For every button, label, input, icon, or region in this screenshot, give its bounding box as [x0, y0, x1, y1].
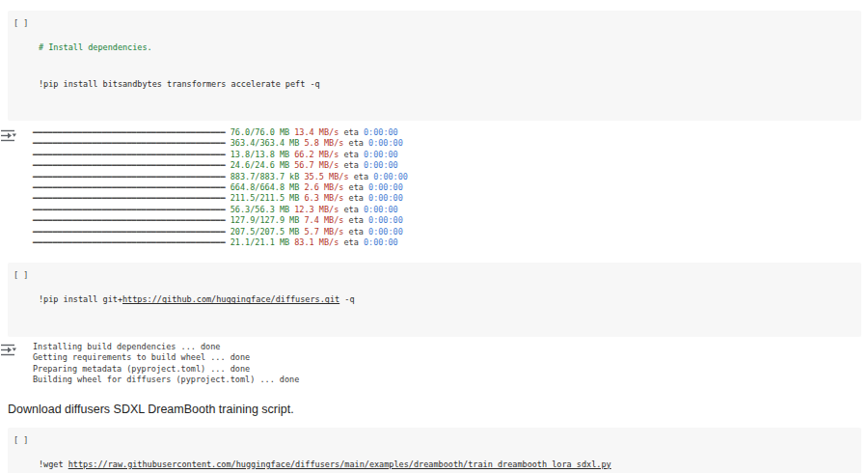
progress-bar: ━━━━━━━━━━━━━━━━━━━━━━━━━━━━━━━━━━━━━━━: [33, 193, 226, 203]
training-script-link[interactable]: https://raw.githubusercontent.com/huggin…: [68, 459, 611, 469]
progress-bar: ━━━━━━━━━━━━━━━━━━━━━━━━━━━━━━━━━━━━━━━: [33, 138, 226, 148]
progress-bar: ━━━━━━━━━━━━━━━━━━━━━━━━━━━━━━━━━━━━━━━: [33, 237, 226, 247]
progress-bar: ━━━━━━━━━━━━━━━━━━━━━━━━━━━━━━━━━━━━━━━: [33, 205, 226, 214]
output-collapse-icon[interactable]: [0, 344, 17, 356]
output-collapse-icon[interactable]: [0, 129, 17, 142]
code-line: !pip install bitsandbytes transformers a…: [39, 78, 320, 91]
pip-progress-line: ━━━━━━━━━━━━━━━━━━━━━━━━━━━━━━━━━━━━━━━ …: [33, 150, 408, 160]
pip-progress-line: ━━━━━━━━━━━━━━━━━━━━━━━━━━━━━━━━━━━━━━━ …: [33, 138, 408, 149]
notebook: [ ] # Install dependencies. !pip install…: [0, 0, 868, 473]
output-line: Getting requirements to build wheel ... …: [33, 352, 299, 363]
code-editor[interactable]: !pip install git+https://github.com/hugg…: [39, 269, 355, 330]
pip-progress-line: ━━━━━━━━━━━━━━━━━━━━━━━━━━━━━━━━━━━━━━━ …: [33, 193, 408, 204]
pip-progress-output: ━━━━━━━━━━━━━━━━━━━━━━━━━━━━━━━━━━━━━━━ …: [33, 127, 408, 248]
cell-prompt: [ ]: [14, 269, 39, 330]
pip-progress-line: ━━━━━━━━━━━━━━━━━━━━━━━━━━━━━━━━━━━━━━━ …: [33, 172, 408, 182]
code-cell-install-diffusers[interactable]: [ ] !pip install git+https://github.com/…: [8, 263, 861, 337]
code-line: !pip install git+https://github.com/hugg…: [39, 293, 355, 306]
cell-output-area: ━━━━━━━━━━━━━━━━━━━━━━━━━━━━━━━━━━━━━━━ …: [0, 127, 868, 248]
output-line: Building wheel for diffusers (pyproject.…: [33, 375, 299, 385]
pip-progress-line: ━━━━━━━━━━━━━━━━━━━━━━━━━━━━━━━━━━━━━━━ …: [33, 160, 408, 171]
code-line: !wget https://raw.githubusercontent.com/…: [39, 459, 611, 471]
code-comment: # Install dependencies.: [39, 42, 320, 54]
code-cell-wget-script[interactable]: [ ] !wget https://raw.githubusercontent.…: [8, 428, 861, 473]
pip-progress-line: ━━━━━━━━━━━━━━━━━━━━━━━━━━━━━━━━━━━━━━━ …: [33, 227, 408, 237]
cell-prompt: [ ]: [14, 17, 39, 114]
diffusers-repo-link[interactable]: https://github.com/huggingface/diffusers…: [122, 294, 339, 304]
code-editor[interactable]: !wget https://raw.githubusercontent.com/…: [39, 434, 611, 473]
pip-progress-line: ━━━━━━━━━━━━━━━━━━━━━━━━━━━━━━━━━━━━━━━ …: [33, 205, 408, 215]
pip-progress-line: ━━━━━━━━━━━━━━━━━━━━━━━━━━━━━━━━━━━━━━━ …: [33, 182, 408, 193]
output-line: Installing build dependencies ... done: [33, 342, 299, 352]
progress-bar: ━━━━━━━━━━━━━━━━━━━━━━━━━━━━━━━━━━━━━━━: [33, 227, 226, 236]
progress-bar: ━━━━━━━━━━━━━━━━━━━━━━━━━━━━━━━━━━━━━━━: [33, 215, 226, 225]
code-cell-install-deps[interactable]: [ ] # Install dependencies. !pip install…: [8, 11, 861, 121]
progress-bar: ━━━━━━━━━━━━━━━━━━━━━━━━━━━━━━━━━━━━━━━: [33, 182, 226, 192]
progress-bar: ━━━━━━━━━━━━━━━━━━━━━━━━━━━━━━━━━━━━━━━: [33, 127, 226, 137]
pip-build-output: Installing build dependencies ... done G…: [33, 342, 299, 386]
pip-progress-line: ━━━━━━━━━━━━━━━━━━━━━━━━━━━━━━━━━━━━━━━ …: [33, 237, 408, 248]
progress-bar: ━━━━━━━━━━━━━━━━━━━━━━━━━━━━━━━━━━━━━━━: [33, 172, 226, 181]
output-icon-column: [0, 342, 33, 386]
output-line: Preparing metadata (pyproject.toml) ... …: [33, 364, 299, 375]
progress-bar: ━━━━━━━━━━━━━━━━━━━━━━━━━━━━━━━━━━━━━━━: [33, 150, 226, 159]
progress-bar: ━━━━━━━━━━━━━━━━━━━━━━━━━━━━━━━━━━━━━━━: [33, 160, 226, 170]
markdown-paragraph: Download diffusers SDXL DreamBooth train…: [8, 403, 868, 417]
cell-output-area: Installing build dependencies ... done G…: [0, 342, 868, 386]
output-icon-column: [0, 127, 33, 248]
code-editor[interactable]: # Install dependencies. !pip install bit…: [39, 17, 320, 114]
pip-progress-line: ━━━━━━━━━━━━━━━━━━━━━━━━━━━━━━━━━━━━━━━ …: [33, 215, 408, 226]
cell-prompt: [ ]: [14, 434, 39, 473]
pip-progress-line: ━━━━━━━━━━━━━━━━━━━━━━━━━━━━━━━━━━━━━━━ …: [33, 127, 408, 138]
